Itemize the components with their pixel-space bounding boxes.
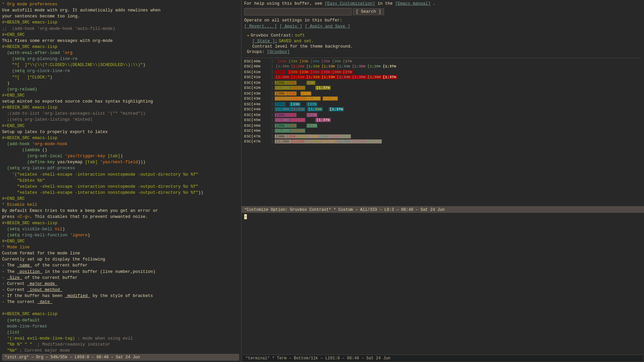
cell-46-31: [31m <box>285 124 296 128</box>
option-desc: Contrast level for the theme background. <box>252 44 639 49</box>
cell-40-31: [31m <box>277 59 287 63</box>
sym-ignore: 'ignore <box>70 233 88 238</box>
cell-46-37: [37m <box>307 124 317 128</box>
color-row-42m: ESC[42m | [30m [31m [3m <box>244 80 641 85</box>
heading-mode-line: * Mode line <box>2 245 30 250</box>
cell-41b-132: [1;32m <box>305 75 321 79</box>
cell-41b-131: [1;31m <box>290 75 306 79</box>
color-row-44m-bold: ESC[44m | [1;30m [1;31m [1;33m [1;37m <box>244 107 641 112</box>
cell-43-34: [34m <box>301 92 311 96</box>
cell-41-35: [35m <box>320 70 331 74</box>
cell-42-30: [30m <box>275 81 285 85</box>
customize-header: For help using this buffer, see [Easy Cu… <box>241 0 644 57</box>
search-button[interactable]: [ Search ] <box>353 8 384 15</box>
pipe-40m-2: | <box>271 64 273 68</box>
src-begin-2: #+BEGIN_SRC emacs-lisp <box>2 45 57 49</box>
str-percent-b: "%b %" <box>7 342 22 347</box>
cell-40b-130: [1;30m <box>275 64 290 68</box>
right-modeline: *Customize Option: Gruvbox Contrast* * C… <box>241 206 644 213</box>
esc-label-47m-1: ESC[47m <box>244 134 271 138</box>
color-row-47m-bold: ESC[47m | [1;30m [1;31m [1;32m [1;33m [1… <box>244 139 641 144</box>
esc-label-43m-1: ESC[43m <box>244 91 271 96</box>
cell-40-32: [32m <box>287 59 298 63</box>
cell-40b-134: [1;34m <box>336 64 351 68</box>
pipe-43m-2: | <box>271 96 273 101</box>
color-row-42m-bold: ESC[42m | [1;30m [1;31m [1;37m <box>244 85 641 90</box>
cell-45b-131: [1;31m <box>290 118 306 122</box>
cell-42b-130: [1;30m <box>275 86 290 90</box>
cell-47b-135: [1;35m <box>351 139 367 143</box>
cell-47-34: [34m <box>318 134 329 138</box>
esc-label-43m-2: ESC[43m <box>244 96 271 101</box>
cell-40-34: [34m <box>309 59 320 63</box>
cell-41b-134: [1;34m <box>336 75 351 79</box>
text-autofill: Use autofill mode with org. It automatic… <box>2 8 161 19</box>
help-period: . <box>433 1 436 6</box>
code-setq-default: (setq-default <box>7 318 40 323</box>
cell-41-30: [30m <box>275 70 285 74</box>
str-space: " " <box>25 342 33 347</box>
apply-save-button[interactable]: [ Apply and Save ] <box>305 24 350 29</box>
code-regex-2: ]*\\(\\(?:CLOSED\\|DEADLINE\\|SCHEDULED\… <box>25 63 143 67</box>
easy-custom-link[interactable]: [Easy Customization] <box>325 1 375 6</box>
cell-41-37: [37m <box>342 70 353 74</box>
pipe-46m-1: | <box>271 123 273 128</box>
cp3: )) <box>198 190 203 195</box>
cell-44-33: [33m <box>289 102 300 106</box>
code-org-reload: (org-reload) <box>7 87 37 92</box>
sym-visible-bell: visible-bell <box>22 227 52 232</box>
src-end-3: #+END_SRC <box>2 124 25 128</box>
cell-44b-133: [1;33m <box>307 107 323 111</box>
cell-44b-137: [1;37m <box>329 107 344 111</box>
search-bar: [ Search ] <box>244 8 641 15</box>
cell-43b-131: [1;31m <box>290 97 306 101</box>
cell-45-31: [31m <box>285 113 296 117</box>
color-row-41m: ESC[41m | [30m [32m [33m [34m [35m [36m … <box>244 69 641 74</box>
lambda-args: () <box>42 148 47 153</box>
search-input[interactable] <box>244 8 352 15</box>
cell-42-37: [3m <box>307 81 315 85</box>
cell-47b-131: [1;31m <box>290 139 306 143</box>
apply-button[interactable]: [ Apply ] <box>280 24 303 29</box>
left-modeline: *init.org* – Org – 54%/55k – L850:0 – 08… <box>2 354 239 361</box>
esc-label-45m-2: ESC[45m <box>244 118 271 122</box>
code-planning: org-planning-line-re <box>27 57 77 61</box>
cell-41-32: [32m <box>287 70 298 74</box>
cell-41b-137: [1;37m <box>382 75 397 79</box>
sym-mode-line-format: mode-line-format <box>7 324 47 329</box>
color-row-41m-bold: ESC[41m | [1;30m [1;31m [1;32m [1;33m [1… <box>244 74 641 79</box>
src-begin-3: #+BEGIN_SRC emacs-lisp <box>2 105 57 110</box>
cell-47b-133: [1;33m <box>321 139 336 143</box>
cp1: ) <box>120 154 123 159</box>
code-regex-3: "^[ ]*CLOCK:" <box>12 75 50 80</box>
cell-40-35: [35m <box>320 59 331 63</box>
option-triangle[interactable]: ▾ <box>247 33 250 38</box>
color-row-45m-bold: ESC[45m | [1;30m [1;31m [1;37m <box>244 117 641 122</box>
emacs-manual-link[interactable]: [Emacs manual] <box>395 1 430 6</box>
code-org-set-local: (org-set-local <box>27 154 62 159</box>
str-evil-tag: '(:eval evil-mode-line-tag) <box>7 336 75 341</box>
src-end-1: #+END_SRC <box>2 33 25 37</box>
esc-label-42m-1: ESC[42m <box>244 80 271 85</box>
state-button[interactable]: [ State ]: <box>252 39 277 44</box>
text-bell-2: . This disables that to prevent unwanted… <box>30 215 148 219</box>
groups-link[interactable]: [Gruvbox] <box>267 50 290 54</box>
cell-40b-137: [1;37m <box>382 64 397 68</box>
cell-46-30: [30m <box>275 124 285 128</box>
help-line: For help using this buffer, see [Easy Cu… <box>244 1 641 6</box>
esc-label-44m-1: ESC[44m <box>244 102 271 106</box>
cell-44b-131: [1;31m <box>290 107 306 111</box>
src-end-4: #+END_SRC <box>2 196 25 201</box>
color-table-container: ESC[40m | [31m [32m [33m [34m [35m [36m … <box>241 57 644 206</box>
action-buttons: [ Revert... ] [ Apply ] [ Apply and Save… <box>244 24 641 29</box>
code-with-eval: (with-eval-after-load <box>7 51 60 55</box>
str-xelatex-3: "xelatex -shell-escape -interaction nons… <box>17 190 198 195</box>
right-modeline-text: *Customize Option: Gruvbox Contrast* * C… <box>244 207 445 212</box>
comment-modified: ; Modified/readonly indicator <box>37 342 110 347</box>
str-xelatex-2: "xelatex -shell-escape -interaction nons… <box>17 184 198 189</box>
groups-label: Groups: <box>247 50 265 54</box>
revert-button[interactable]: [ Revert... ] <box>244 24 277 29</box>
color-row-47m: ESC[47m | [30m [31m [32m [33m [34m [35m … <box>244 134 641 139</box>
terminal-section: - *terminal* * Term – Bottom/11k – L191:… <box>241 213 644 362</box>
color-row-46m: ESC[46m | [30m [31m [37m <box>244 123 641 128</box>
